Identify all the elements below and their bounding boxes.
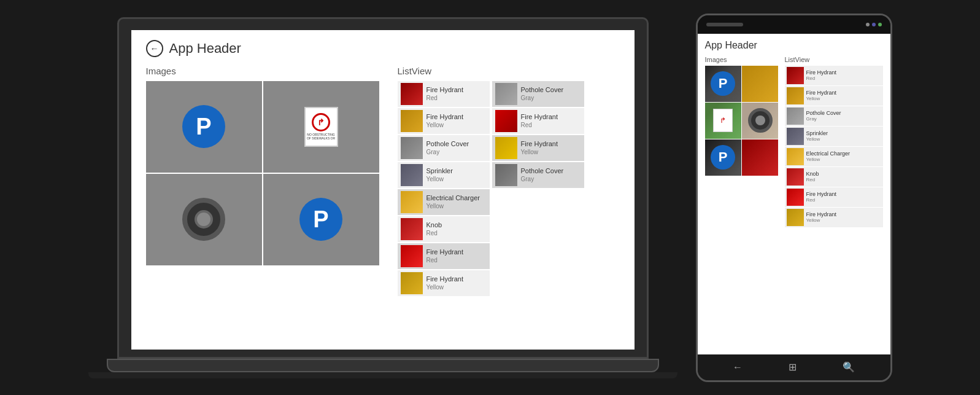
laptop-list-column-1: Fire Hydrant Red Fire Hydrant Yellow bbox=[398, 81, 490, 296]
laptop-images-title: Images bbox=[146, 66, 379, 76]
list-item-color: Yellow bbox=[426, 203, 487, 209]
list-item-name: Sprinkler bbox=[426, 167, 487, 175]
list-item[interactable]: Fire Hydrant Red bbox=[398, 81, 490, 107]
parking-sign-icon-2: P bbox=[299, 198, 342, 241]
list-item[interactable]: Fire Hydrant Yellow bbox=[398, 108, 490, 134]
list-item[interactable]: Pothole Cover Gray bbox=[492, 162, 584, 188]
phone-image-1: P bbox=[705, 66, 741, 102]
phone-parking-sign: P bbox=[711, 71, 735, 96]
list-item-color: Yellow bbox=[806, 136, 828, 142]
phone-speaker bbox=[706, 23, 743, 26]
list-item-color: Yellow bbox=[806, 96, 837, 101]
list-item-text: Fire Hydrant Yellow bbox=[426, 275, 487, 290]
list-item[interactable]: Fire Hydrant Red bbox=[785, 66, 883, 85]
list-item-text: Pothole Cover Gray bbox=[806, 110, 841, 122]
list-item-text: Pothole Cover Gray bbox=[521, 167, 581, 182]
list-item[interactable]: Sprinkler Yellow bbox=[785, 127, 883, 146]
list-item[interactable]: Sprinkler Yellow bbox=[398, 162, 490, 188]
list-item-thumb bbox=[787, 87, 804, 104]
list-item-color: Gray bbox=[521, 176, 581, 182]
laptop-images-grid: P ↱ NO OBSTRUCTING OF SIDEWALKS OR bbox=[146, 81, 379, 265]
list-item-thumb bbox=[787, 67, 804, 84]
list-item-text: Electrical Charger Yellow bbox=[426, 194, 487, 209]
laptop-foot bbox=[88, 372, 677, 378]
phone-image-2 bbox=[742, 66, 778, 102]
list-item-name: Knob bbox=[806, 171, 819, 178]
phone-status-dot-3 bbox=[878, 23, 882, 26]
laptop-images-section: Images P ↱ NO OBSTRUCTING OF SIDEWALKS O… bbox=[146, 66, 379, 296]
list-item-name: Sprinkler bbox=[806, 130, 828, 137]
list-item-thumb bbox=[495, 83, 517, 105]
list-item[interactable]: Pothole Cover Gray bbox=[492, 81, 584, 107]
laptop-app-title: App Header bbox=[169, 41, 241, 57]
list-item[interactable]: Fire Hydrant Yellow bbox=[398, 270, 490, 296]
phone-search-button[interactable]: 🔍 bbox=[843, 361, 855, 373]
list-item-text: Sprinkler Yellow bbox=[426, 167, 487, 182]
list-item-thumb bbox=[787, 209, 804, 226]
phone-no-turn-sign: ↱ bbox=[713, 109, 733, 132]
laptop-image-1: P bbox=[146, 81, 262, 173]
list-item-text: Pothole Cover Gray bbox=[521, 86, 581, 101]
phone-image-4 bbox=[742, 103, 778, 139]
list-item[interactable]: Fire Hydrant Red bbox=[398, 243, 490, 269]
list-item[interactable]: Fire Hydrant Yellow bbox=[785, 208, 883, 227]
list-item[interactable]: Electrical Charger Yellow bbox=[785, 147, 883, 166]
no-turn-text: NO OBSTRUCTING OF SIDEWALKS OR bbox=[306, 133, 337, 140]
list-item[interactable]: Electrical Charger Yellow bbox=[398, 189, 490, 215]
tire-icon bbox=[182, 198, 225, 241]
phone-back-button[interactable]: ← bbox=[733, 362, 743, 373]
list-item-text: Fire Hydrant Yellow bbox=[426, 113, 487, 128]
list-item-name: Pothole Cover bbox=[806, 110, 841, 117]
list-item-thumb bbox=[495, 137, 517, 159]
list-item[interactable]: Pothole Cover Gray bbox=[398, 135, 490, 161]
list-item-name: Fire Hydrant bbox=[426, 248, 487, 256]
list-item[interactable]: Fire Hydrant Yellow bbox=[492, 135, 584, 161]
list-item-name: Fire Hydrant bbox=[426, 275, 487, 283]
list-item[interactable]: Fire Hydrant Yellow bbox=[785, 86, 883, 106]
list-item-name: Pothole Cover bbox=[426, 140, 487, 148]
list-item-color: Red bbox=[426, 230, 487, 237]
phone-image-5: P bbox=[705, 139, 741, 176]
laptop-list-columns: Fire Hydrant Red Fire Hydrant Yellow bbox=[398, 81, 620, 296]
list-item-name: Fire Hydrant bbox=[426, 86, 487, 94]
list-item[interactable]: Pothole Cover Gray bbox=[785, 106, 883, 126]
list-item-thumb bbox=[787, 148, 804, 165]
phone-windows-button[interactable]: ⊞ bbox=[789, 361, 797, 373]
laptop-app-body: Images P ↱ NO OBSTRUCTING OF SIDEWALKS O… bbox=[146, 66, 620, 296]
list-item-color: Yellow bbox=[426, 176, 487, 182]
list-item[interactable]: Knob Red bbox=[398, 216, 490, 242]
phone-image-6 bbox=[742, 139, 778, 176]
phone-image-3: ↱ bbox=[705, 103, 741, 139]
list-item[interactable]: Knob Red bbox=[785, 167, 883, 187]
list-item-name: Fire Hydrant bbox=[806, 69, 837, 76]
phone-screen: App Header Images P ↱ bbox=[698, 34, 890, 354]
list-item-thumb bbox=[495, 110, 517, 132]
list-item-name: Fire Hydrant bbox=[806, 211, 837, 218]
laptop-back-button[interactable]: ← bbox=[146, 40, 163, 57]
phone-parking-sign-2: P bbox=[711, 145, 735, 170]
list-item-text: Electrical Charger Yellow bbox=[806, 151, 851, 163]
list-item[interactable]: Fire Hydrant Red bbox=[785, 187, 883, 207]
laptop-screen-border: ← App Header Images P bbox=[117, 17, 649, 359]
phone-listview-title: ListView bbox=[785, 56, 883, 63]
laptop-app-header: ← App Header bbox=[146, 40, 620, 57]
list-item-text: Fire Hydrant Red bbox=[426, 248, 487, 263]
phone-tire-icon bbox=[748, 108, 773, 133]
list-item-color: Yellow bbox=[426, 284, 487, 291]
list-item-text: Knob Red bbox=[806, 171, 819, 183]
laptop-listview-title: ListView bbox=[398, 66, 620, 76]
phone-list: Fire Hydrant Red Fire Hydrant Yellow bbox=[785, 66, 883, 227]
list-item-name: Fire Hydrant bbox=[806, 90, 837, 96]
parking-sign-icon: P bbox=[182, 105, 225, 148]
list-item[interactable]: Fire Hydrant Red bbox=[492, 108, 584, 134]
laptop-app-content: ← App Header Images P bbox=[131, 30, 635, 350]
list-item-thumb bbox=[401, 218, 423, 240]
list-item-name: Fire Hydrant bbox=[521, 113, 581, 121]
list-item-text: Fire Hydrant Yellow bbox=[806, 90, 837, 102]
list-item-thumb bbox=[787, 189, 804, 206]
list-item-color: Yellow bbox=[806, 217, 837, 223]
list-item-text: Fire Hydrant Yellow bbox=[806, 211, 837, 224]
phone-status-dot-1 bbox=[866, 23, 870, 26]
list-item-name: Pothole Cover bbox=[521, 167, 581, 175]
tire-inner bbox=[195, 210, 213, 229]
